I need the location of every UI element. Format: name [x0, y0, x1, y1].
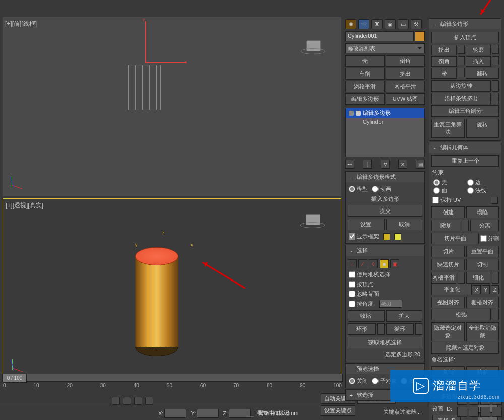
insert-vertex-button[interactable]: 插入顶点: [431, 32, 499, 43]
modify-tab-icon[interactable]: 〰: [358, 19, 369, 29]
polygon-mode-icon[interactable]: ■: [380, 259, 389, 268]
attach-list-button[interactable]: [462, 220, 469, 231]
meshsmooth-button[interactable]: 网格平滑: [386, 81, 425, 92]
quickslice-button[interactable]: 快速切片: [431, 259, 465, 270]
tessellate-button[interactable]: 细化: [466, 272, 491, 284]
inset-settings-button[interactable]: [492, 56, 499, 65]
shrink-button[interactable]: 收缩: [348, 310, 385, 322]
cylinder-model[interactable]: [134, 247, 179, 353]
utilities-tab-icon[interactable]: ⚒: [411, 19, 422, 29]
cylinder-top-face[interactable]: [135, 247, 178, 265]
vertex-mode-icon[interactable]: ∴: [348, 259, 357, 268]
cancel-button[interactable]: 取消: [386, 219, 423, 230]
cylinder-body[interactable]: [135, 256, 178, 347]
loop-spinner[interactable]: [415, 323, 422, 335]
grid-align-button[interactable]: 栅格对齐: [466, 297, 499, 308]
loop-button[interactable]: 循环: [386, 323, 414, 335]
flip-button[interactable]: 翻转: [466, 68, 499, 79]
cut-button[interactable]: 切制: [466, 259, 499, 270]
extrude-spline-button[interactable]: 沿样条线挤出: [431, 93, 491, 104]
border-mode-icon[interactable]: ◊: [369, 259, 378, 268]
bevel-settings-button[interactable]: [458, 56, 465, 65]
viewport-front[interactable]: [+][前][线框] x z: [3, 17, 341, 196]
model-radio[interactable]: 模型: [349, 185, 368, 193]
uvw-button[interactable]: UVW 贴图: [386, 93, 425, 105]
cage-color2[interactable]: [394, 233, 401, 240]
motion-tab-icon[interactable]: ◉: [385, 19, 396, 29]
stack-item-editpoly[interactable]: 编辑多边形: [346, 108, 424, 118]
set-key-button[interactable]: 设置关键点: [321, 405, 355, 416]
hide-sel-button[interactable]: 隐藏选定对象: [431, 322, 465, 341]
planar-z-button[interactable]: Z: [491, 285, 499, 294]
modifier-stack[interactable]: 编辑多边形 Cylinder: [345, 108, 425, 157]
hinge-settings-button[interactable]: [492, 80, 499, 92]
collapse-button[interactable]: 塌陷: [466, 206, 499, 218]
rollout-header[interactable]: -编辑多边形: [429, 19, 501, 29]
extrude-settings-button[interactable]: [458, 45, 465, 54]
reset-plane-button[interactable]: 重置平面: [466, 246, 499, 257]
bevel-button[interactable]: 倒角: [431, 56, 457, 67]
constraint-none-radio[interactable]: 无: [433, 179, 463, 186]
extrude-button[interactable]: 挤出: [386, 68, 425, 80]
outline-button[interactable]: 轮廓: [466, 45, 491, 55]
anim-radio[interactable]: 动画: [372, 185, 391, 193]
tessellate-settings-button[interactable]: [492, 272, 499, 284]
stack-item-cylinder[interactable]: Cylinder: [346, 118, 424, 126]
hinge-button[interactable]: 从边旋转: [431, 80, 491, 92]
preserve-uv-check[interactable]: 保持 UV: [432, 196, 461, 204]
rollout-header[interactable]: -选择: [346, 245, 424, 256]
shell-button[interactable]: 壳: [345, 55, 385, 67]
field-of-view-icon[interactable]: [480, 407, 490, 417]
ring-button[interactable]: 环形: [348, 323, 376, 335]
hierarchy-tab-icon[interactable]: ♜: [371, 19, 383, 29]
viewport-label-persp[interactable]: [+][透视][真实]: [6, 201, 43, 210]
display-tab-icon[interactable]: ▭: [398, 19, 409, 29]
planar-y-button[interactable]: Y: [482, 285, 490, 294]
by-angle-check[interactable]: 按角度:: [349, 300, 375, 308]
editpoly-button[interactable]: 编辑多边形: [345, 93, 385, 105]
edge-mode-icon[interactable]: ∕: [358, 259, 367, 268]
msmooth-button[interactable]: 网格平滑: [431, 272, 456, 284]
ring-spinner[interactable]: [377, 323, 385, 335]
time-slider[interactable]: 0 / 100 0102030405060708090100: [2, 374, 343, 392]
pin-stack-icon[interactable]: ⊷: [345, 160, 354, 169]
configure-icon[interactable]: ▤: [416, 160, 425, 169]
cage-color1[interactable]: [383, 233, 390, 240]
inset-button[interactable]: 插入: [466, 56, 491, 67]
extrude-spline-settings-button[interactable]: [492, 93, 499, 104]
msmooth-settings-button[interactable]: [458, 272, 465, 284]
create-tab-icon[interactable]: ✺: [345, 19, 356, 29]
remove-mod-icon[interactable]: ✕: [398, 160, 407, 169]
slice-button[interactable]: 切片: [431, 246, 465, 257]
constraint-face-radio[interactable]: 面: [433, 187, 463, 194]
key-mode-icon[interactable]: [112, 397, 120, 405]
grow-button[interactable]: 扩大: [386, 310, 423, 322]
settings-button[interactable]: 设置: [348, 219, 385, 230]
slice-plane-button[interactable]: 切片平面: [431, 233, 479, 244]
object-color-swatch[interactable]: [415, 31, 425, 41]
select-id-button[interactable]: 选择 ID: [432, 415, 461, 420]
maximize-icon[interactable]: [492, 407, 502, 417]
key-lock-icon[interactable]: [123, 397, 131, 405]
create-button[interactable]: 创建: [431, 206, 465, 218]
attach-button[interactable]: 附加: [431, 220, 460, 231]
constraint-normal-radio[interactable]: 法线: [467, 187, 497, 194]
viewport-label-front[interactable]: [+][前][线框]: [5, 20, 37, 28]
chamfer-button[interactable]: 倒角: [386, 55, 425, 67]
unhide-all-button[interactable]: 全部取消隐藏: [466, 322, 499, 341]
repeat-last-button[interactable]: 重复上一个: [431, 155, 499, 167]
use-stack-sel-check[interactable]: 使用堆栈选择: [349, 271, 390, 278]
lathe-button[interactable]: 车削: [345, 68, 385, 80]
ignore-back-check[interactable]: 忽略背面: [349, 290, 379, 298]
viewport-perspective[interactable]: [+][透视][真实] y z x 插入 ▦ ▾ ▢ 20.0mm ✓: [3, 198, 341, 380]
zoom-region-icon[interactable]: [469, 407, 479, 417]
commit-button[interactable]: 提交: [348, 205, 422, 217]
show-result-icon[interactable]: ∥: [363, 160, 372, 169]
planarize-button[interactable]: 平面化: [431, 284, 472, 295]
outline-settings-button[interactable]: [492, 45, 499, 54]
rollout-header[interactable]: -编辑多边形模式: [346, 172, 424, 182]
hide-unsel-button[interactable]: 隐藏未选定对象: [431, 342, 499, 354]
retri-button[interactable]: 重复三角算法: [431, 119, 465, 138]
get-stack-sel-button[interactable]: 获取堆栈选择: [348, 337, 422, 348]
select-id-field[interactable]: 1: [478, 417, 498, 421]
